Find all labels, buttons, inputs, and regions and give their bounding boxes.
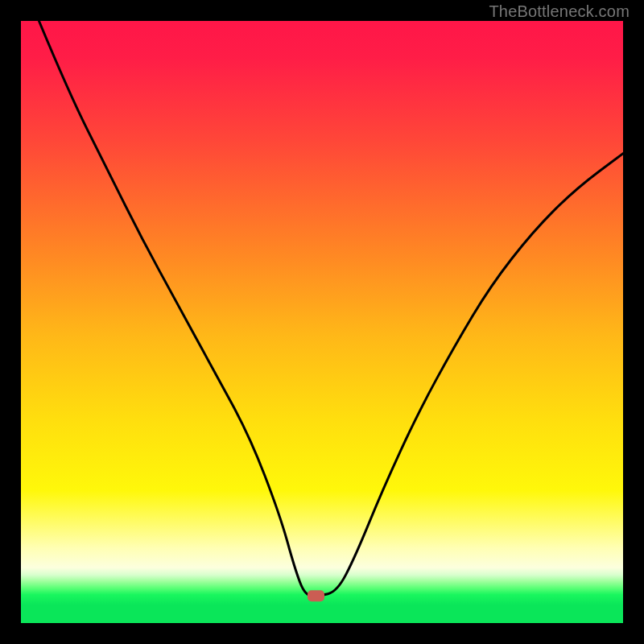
bottleneck-curve: [39, 21, 623, 596]
watermark-text: TheBottleneck.com: [489, 2, 630, 21]
plot-area: [21, 21, 623, 623]
minimum-marker: [308, 590, 324, 601]
curve-overlay: [21, 21, 623, 623]
chart-frame: TheBottleneck.com: [0, 0, 644, 644]
